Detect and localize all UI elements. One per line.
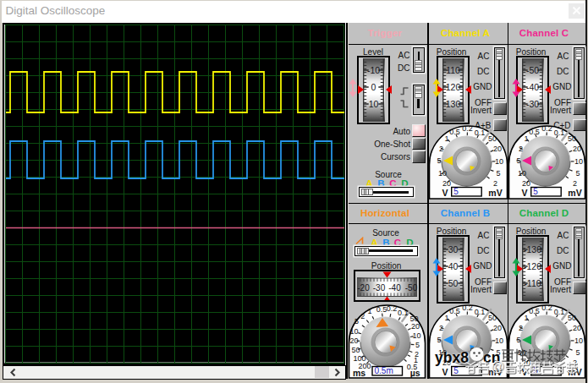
svg-text:20: 20 [493,145,502,153]
svg-text:10: 10 [495,336,503,345]
svg-text:20: 20 [493,324,502,332]
svg-text:10: 10 [574,336,583,345]
svg-text:50: 50 [568,134,576,143]
svg-text:0.2: 0.2 [462,125,473,133]
svg-text:10: 10 [349,327,358,336]
svg-text:5: 5 [453,187,459,196]
svg-text:2: 2 [439,324,443,332]
svg-text:µs: µs [410,368,420,378]
svg-text:mV: mV [568,188,581,198]
svg-text:1: 1 [524,314,528,322]
svg-text:5: 5 [415,341,420,349]
svg-text:50: 50 [488,134,497,143]
svg-text:5: 5 [437,156,441,165]
svg-text:0.5: 0.5 [529,307,540,315]
svg-text:mV: mV [488,188,502,198]
svg-text:1: 1 [444,314,448,322]
svg-text:2: 2 [519,324,523,332]
svg-text:1: 1 [444,134,448,143]
svg-text:10: 10 [495,157,503,166]
svg-text:0.2: 0.2 [387,304,398,313]
svg-text:5: 5 [516,336,520,344]
svg-text:0.5: 0.5 [529,128,540,136]
svg-text:2: 2 [493,179,497,188]
svg-text:5: 5 [575,169,580,178]
svg-text:V: V [442,367,448,377]
svg-text:50: 50 [568,314,576,322]
svg-text:0.1: 0.1 [554,129,565,137]
svg-text:5: 5 [516,156,520,165]
svg-text:10: 10 [518,169,526,178]
svg-text:5: 5 [533,187,538,196]
svg-text:2: 2 [360,312,365,320]
svg-text:10: 10 [574,157,583,166]
svg-text:V: V [442,188,448,198]
svg-text:0.1: 0.1 [398,309,409,317]
svg-text:5: 5 [354,317,359,326]
svg-text:2: 2 [519,145,523,153]
svg-text:50: 50 [488,314,497,322]
svg-text:2: 2 [439,145,443,153]
svg-text:V: V [521,188,527,198]
svg-text:5: 5 [496,169,500,178]
svg-text:ms: ms [353,368,365,378]
svg-text:50: 50 [351,346,360,354]
svg-text:0.1: 0.1 [475,129,486,137]
svg-text:20: 20 [349,336,358,345]
svg-text:5: 5 [437,336,441,344]
svg-text:1: 1 [367,307,371,315]
svg-text:0.1: 0.1 [475,308,486,316]
svg-text:10: 10 [438,169,447,178]
svg-text:20: 20 [573,145,581,153]
svg-text:0.2: 0.2 [541,304,552,312]
svg-text:20: 20 [411,322,420,331]
svg-text:0.5: 0.5 [376,305,387,314]
svg-text:0.2: 0.2 [462,304,473,312]
svg-text:5: 5 [575,348,580,357]
svg-text:0.5: 0.5 [449,307,460,315]
svg-text:20: 20 [442,179,451,188]
svg-text:5: 5 [453,366,459,375]
svg-text:0.5m: 0.5m [375,366,393,375]
svg-text:10: 10 [412,331,420,340]
svg-text:1: 1 [524,134,528,143]
svg-text:20: 20 [573,324,581,332]
svg-text:0.2: 0.2 [541,125,552,133]
svg-text:2: 2 [573,179,577,188]
svg-text:0.1: 0.1 [554,308,565,316]
svg-text:20: 20 [522,179,530,188]
svg-text:0.5: 0.5 [449,128,460,136]
